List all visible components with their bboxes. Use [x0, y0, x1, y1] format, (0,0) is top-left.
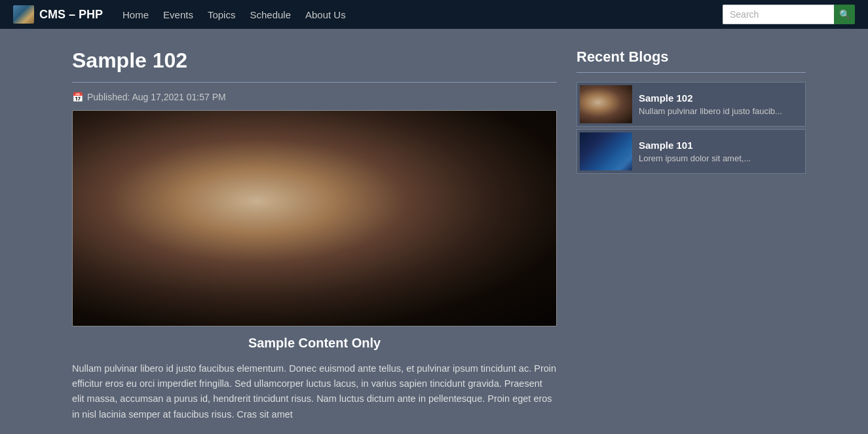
sidebar-divider — [576, 72, 806, 73]
blog-card-excerpt-101: Lorem ipsum dolor sit amet,... — [639, 153, 802, 163]
article-image — [72, 110, 557, 326]
published-text: Published: Aug 17,2021 01:57 PM — [87, 92, 226, 102]
article-content: Sample 102 📅 Published: Aug 17,2021 01:5… — [72, 49, 557, 422]
blog-thumb-102 — [580, 85, 632, 123]
nav-schedule[interactable]: Schedule — [250, 9, 291, 20]
main-container: Sample 102 📅 Published: Aug 17,2021 01:5… — [0, 29, 868, 434]
blog-thumb-101 — [580, 132, 632, 170]
nav-events[interactable]: Events — [163, 9, 193, 20]
brand-label: CMS – PHP — [39, 8, 103, 22]
blog-card-title-101: Sample 101 — [639, 140, 802, 151]
blog-card-title-102: Sample 102 — [639, 92, 802, 104]
nav-links: Home Events Topics Schedule About Us — [123, 9, 703, 20]
search-input[interactable] — [723, 5, 834, 24]
navbar: CMS – PHP Home Events Topics Schedule Ab… — [0, 0, 868, 29]
title-divider — [72, 82, 557, 83]
blog-card-info-102: Sample 102 Nullam pulvinar libero id jus… — [639, 92, 802, 116]
blog-card-info-101: Sample 101 Lorem ipsum dolor sit amet,..… — [639, 140, 802, 163]
blog-card-excerpt-102: Nullam pulvinar libero id justo faucib..… — [639, 106, 802, 116]
nav-home[interactable]: Home — [123, 9, 149, 20]
article-caption: Sample Content Only — [72, 336, 557, 351]
published-date: 📅 Published: Aug 17,2021 01:57 PM — [72, 92, 557, 102]
search-area: 🔍 — [723, 5, 855, 24]
sidebar-title: Recent Blogs — [576, 49, 806, 66]
nav-about[interactable]: About Us — [305, 9, 346, 20]
calendar-icon: 📅 — [72, 92, 83, 102]
search-button[interactable]: 🔍 — [834, 5, 855, 24]
brand: CMS – PHP — [13, 5, 103, 24]
blog-card-102[interactable]: Sample 102 Nullam pulvinar libero id jus… — [576, 82, 806, 127]
brand-icon — [13, 5, 34, 24]
sidebar: Recent Blogs Sample 102 Nullam pulvinar … — [576, 49, 806, 422]
article-title: Sample 102 — [72, 49, 557, 73]
blog-card-101[interactable]: Sample 101 Lorem ipsum dolor sit amet,..… — [576, 129, 806, 174]
article-body: Nullam pulvinar libero id justo faucibus… — [72, 361, 557, 422]
nav-topics[interactable]: Topics — [208, 9, 236, 20]
